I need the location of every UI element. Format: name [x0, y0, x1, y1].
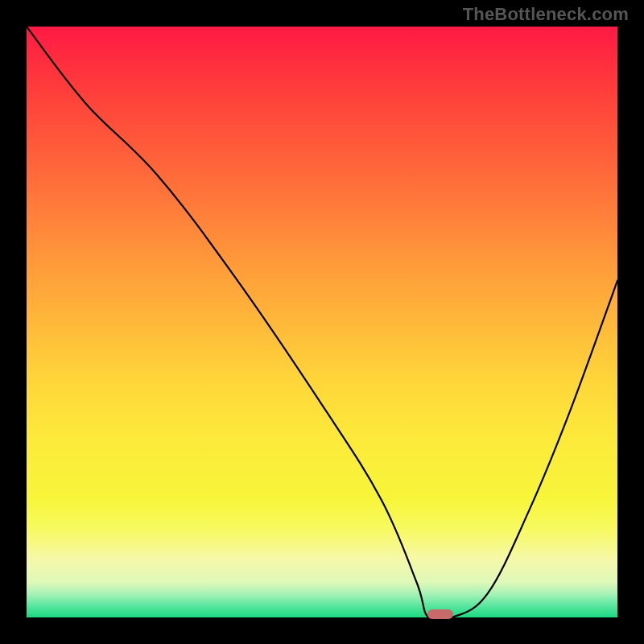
curve-path: [27, 27, 617, 617]
curve-svg: [27, 27, 617, 617]
chart-frame: TheBottleneck.com: [0, 0, 644, 644]
watermark-text: TheBottleneck.com: [463, 4, 629, 25]
optimum-marker: [427, 609, 453, 619]
plot-area: [27, 27, 617, 617]
